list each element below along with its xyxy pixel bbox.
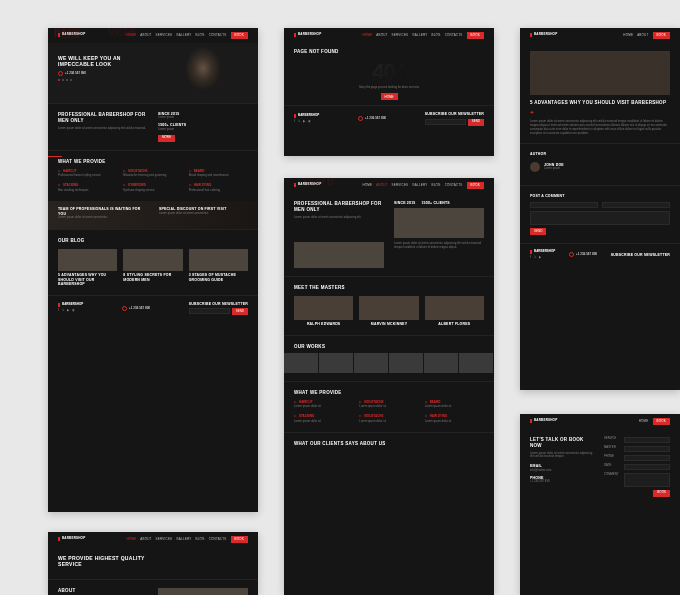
error-code: 404 <box>294 58 484 87</box>
error-title: PAGE NOT FOUND <box>294 49 484 55</box>
blog-section: RECE OUR BLOG 5 ADVANTAGES WHY YOU SHOUL… <box>48 229 258 294</box>
send-button[interactable]: SEND <box>232 308 248 315</box>
services-section-2: WHAT WE PROVIDE HAIRCUTLorem ipsum dolor… <box>284 381 494 432</box>
hero-section: WE WILL KEEP YOU AN IMPECCABLE LOOK +1 2… <box>48 43 258 103</box>
nav-gallery[interactable]: GALLERY <box>176 34 191 38</box>
header-nav: BARBERSHOP HOMEBOOK <box>520 414 680 429</box>
service-item[interactable]: MOUSTACHEMoustache trimming and grooming <box>123 170 182 179</box>
interior-image <box>394 208 484 238</box>
promo-banner: TEAM OF PROFESSIONALS IS WAITING FOR YOU… <box>48 201 258 229</box>
author-section: AUTHOR JOHN DOE Lorem ipsum <box>520 143 680 185</box>
email-input[interactable] <box>189 308 230 314</box>
services-section: VICES WHAT WE PROVIDE HAIRCUTProfessiona… <box>48 150 258 201</box>
logo[interactable]: BARBERSHOP <box>294 33 321 37</box>
master-card[interactable]: ALBERT FLORES <box>425 296 484 327</box>
blog-card[interactable]: 5 ADVANTAGES WHY YOU SHOULD VISIT OUR BA… <box>58 249 117 287</box>
provide-title: WHAT WE PROVIDE <box>294 390 484 396</box>
master-card[interactable]: MARVIN MCKINNEY <box>359 296 418 327</box>
post-hero-image <box>530 51 670 95</box>
about-title: ABOUT <box>58 588 148 594</box>
logo[interactable]: BARBERSHOP <box>58 33 85 37</box>
header-nav: BARBERSHOP HOME ABOUT SERVICES GALLERY B… <box>48 532 258 547</box>
more-button[interactable]: MORE <box>158 135 175 142</box>
service-item[interactable]: HAIR DYINGProfessional hair coloring <box>189 184 248 193</box>
footer: BARBERSHOP f𝕏▶◉ +1 234 567 890 SUBSCRIBE… <box>48 295 258 321</box>
nav-menu: HOME ABOUT SERVICES GALLERY BLOG CONTACT… <box>126 536 248 543</box>
nav-home[interactable]: HOME <box>126 34 136 38</box>
nav-contacts[interactable]: CONTACTS <box>209 34 227 38</box>
service-item[interactable]: BEARDBeard shaping and maintenance <box>189 170 248 179</box>
master-card[interactable]: RALPH EDWARDS <box>294 296 353 327</box>
footer-logo[interactable]: BARBERSHOP <box>58 303 83 307</box>
template-blog-post: BARBERSHOP HOMEABOUTBOOK 5 ADVANTAGES WH… <box>520 28 680 390</box>
hero-title: WE WILL KEEP YOU AN IMPECCABLE LOOK <box>58 55 148 67</box>
service-select[interactable] <box>624 437 670 443</box>
template-homepage: BARBERSHOP HOME ABOUT SERVICES GALLERY B… <box>48 28 258 512</box>
service-item[interactable]: EYEBROWSEyebrow shaping service <box>123 184 182 193</box>
author-label: AUTHOR <box>530 152 670 157</box>
intro-title: PROFESSIONAL BARBERSHOP FOR MEN ONLY <box>294 201 384 213</box>
template-404: BARBERSHOP HOMEABOUTSERVICESGALLERYBLOGC… <box>284 28 494 156</box>
footer-phone[interactable]: +1 234 567 890 <box>122 306 150 311</box>
submit-button[interactable]: SEND <box>530 228 546 235</box>
name-input[interactable] <box>530 202 598 208</box>
nav-services[interactable]: SERVICES <box>156 34 173 38</box>
social-icons[interactable]: f𝕏▶◉ <box>58 309 83 313</box>
post-body: 5 ADVANTAGES WHY YOU SHOULD VISIT BARBER… <box>520 43 680 144</box>
comment-textarea[interactable] <box>624 473 670 487</box>
accent-line <box>48 156 62 157</box>
phone-input[interactable] <box>624 455 670 461</box>
contact-form-section: LET'S TALK OR BOOK NOW Lorem ipsum dolor… <box>520 429 680 505</box>
comments-title: POST A COMMENT <box>530 194 670 199</box>
interior-image-2 <box>294 242 384 268</box>
master-select[interactable] <box>624 446 670 452</box>
works-title: OUR WORKS <box>284 344 494 350</box>
testimonials-title: WHAT OUR CLIENTS SAYS ABOUT US <box>294 441 484 447</box>
masters-section: MEET THE MASTERS RALPH EDWARDS MARVIN MC… <box>284 276 494 334</box>
nav-menu: HOME ABOUT SERVICES GALLERY BLOG CONTACT… <box>126 32 248 39</box>
footer: BARBERSHOPf𝕏▶ +1 234 567 890 SUBSCRIBE O… <box>520 243 680 266</box>
author-avatar <box>530 162 540 172</box>
blog-card[interactable]: 3 STAGES OF MUSTACHE GROOMING GUIDE <box>189 249 248 287</box>
intro-title: PROFESSIONAL BARBERSHOP FOR MEN ONLY <box>58 112 148 124</box>
about-image <box>158 588 248 595</box>
template-about: BARBERSHOP HOMEABOUTSERVICESGALLERYBLOGC… <box>284 178 494 595</box>
intro-section: BARB PROFESSIONAL BARBERSHOP FOR MEN ONL… <box>48 103 258 150</box>
twitter-icon: 𝕏 <box>62 309 64 313</box>
post-title: 5 ADVANTAGES WHY YOU SHOULD VISIT BARBER… <box>530 100 670 106</box>
quality-title: WE PROVIDE HIGHEST QUALITY SERVICE <box>58 555 158 567</box>
works-gallery[interactable] <box>284 353 494 373</box>
blog-title: OUR BLOG <box>58 238 248 244</box>
instagram-icon: ◉ <box>72 309 75 313</box>
header-nav: BARBERSHOP HOMEABOUTSERVICESGALLERYBLOGC… <box>284 178 494 193</box>
works-section: OUR WORKS OUR B <box>284 335 494 381</box>
youtube-icon: ▶ <box>67 309 69 313</box>
intro-section: PROFESSIONAL BARBERSHOP FOR MEN ONLY Lor… <box>284 193 494 277</box>
logo[interactable]: BARBERSHOP <box>58 537 85 541</box>
date-input[interactable] <box>624 464 670 470</box>
comment-section: POST A COMMENT SEND <box>520 185 680 243</box>
post-content: Lorem ipsum dolor sit amet consectetur a… <box>530 120 670 136</box>
email-input[interactable] <box>602 202 670 208</box>
header-nav: BARBERSHOP HOME ABOUT SERVICES GALLERY B… <box>48 28 258 43</box>
service-item[interactable]: HAIRCUTProfessional haircut styling serv… <box>58 170 117 179</box>
header-nav: BARBERSHOP HOMEABOUTBOOK <box>520 28 680 43</box>
service-item[interactable]: STACKINGHair stacking techniques <box>58 184 117 193</box>
contact-title: LET'S TALK OR BOOK NOW <box>530 437 596 449</box>
blog-card[interactable]: 8 STYLING SECRETS FOR MODERN MEN <box>123 249 182 287</box>
book-button[interactable]: BOOK <box>231 32 248 39</box>
book-submit-button[interactable]: BOOK <box>653 490 670 497</box>
home-button[interactable]: HOME <box>381 93 398 100</box>
newsletter-title: SUBSCRIBE OUR NEWSLETTER <box>189 302 248 307</box>
facebook-icon: f <box>58 309 59 313</box>
footer: BARBERSHOP f𝕏▶◉ +1 234 567 890 SUBSCRIBE… <box>284 105 494 131</box>
template-contact: BARBERSHOP HOMEBOOK LET'S TALK OR BOOK N… <box>520 414 680 595</box>
nav-blog[interactable]: BLOG <box>195 34 204 38</box>
nav-about[interactable]: ABOUT <box>140 34 151 38</box>
template-quality: BARBERSHOP HOME ABOUT SERVICES GALLERY B… <box>48 532 258 595</box>
masters-title: MEET THE MASTERS <box>294 285 484 291</box>
booking-form: SERVICE MASTER PHONE DATE COMMENT BOOK <box>604 437 670 497</box>
testimonials-section: WHAT OUR CLIENTS SAYS ABOUT US <box>284 432 494 458</box>
comment-textarea[interactable] <box>530 211 670 225</box>
header-nav: BARBERSHOP HOMEABOUTSERVICESGALLERYBLOGC… <box>284 28 494 43</box>
